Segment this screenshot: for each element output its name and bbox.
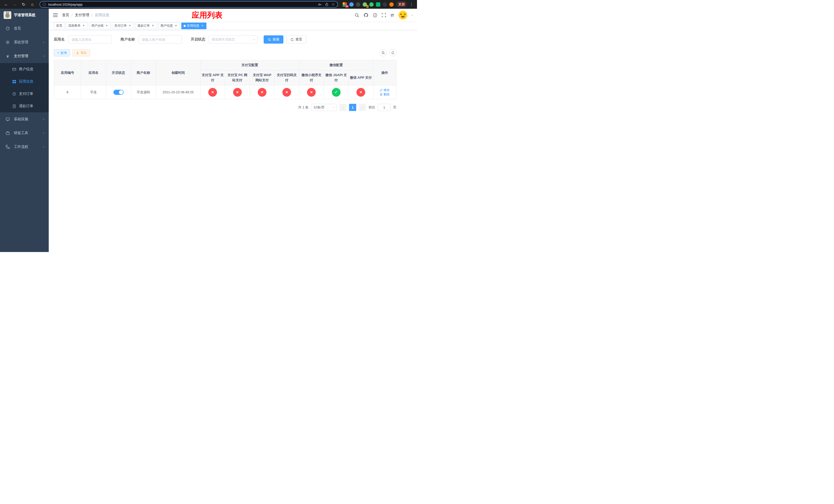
cell-alipay-qr: ×: [275, 85, 299, 99]
hide-search-icon[interactable]: [379, 49, 387, 56]
sidebar-item-label: 研发工具: [14, 131, 28, 135]
home-icon[interactable]: ⌂: [29, 1, 36, 8]
column-header-alipay-app: 支付宝 APP 支付: [200, 70, 225, 85]
tab-payment-orders[interactable]: 支付订单 ×: [112, 23, 134, 29]
site-info-icon[interactable]: i: [43, 3, 46, 6]
sidebar-item-workflow[interactable]: 工作流程 ›: [0, 140, 49, 154]
sidebar-item-merchant-info[interactable]: 商户信息: [0, 63, 49, 75]
reload-icon[interactable]: ↻: [20, 1, 27, 8]
status-select[interactable]: 请选择开启状态 ›: [209, 36, 258, 44]
refresh-icon[interactable]: [389, 49, 396, 56]
tab-merchant-info[interactable]: 商户信息 ×: [158, 23, 180, 29]
sidebar-item-payment-orders[interactable]: ¥ 支付订单: [0, 88, 49, 100]
sidebar-collapse-icon[interactable]: [53, 13, 58, 17]
reset-button[interactable]: 重置: [286, 36, 306, 44]
chevron-down-icon[interactable]: ›: [410, 15, 414, 16]
tab-process-form[interactable]: 流程表单 ×: [66, 23, 88, 29]
prev-page-button[interactable]: ‹: [339, 104, 347, 111]
extension-avatar-icon[interactable]: 1: [363, 2, 367, 7]
bookmark-star-icon[interactable]: ☆: [332, 2, 335, 7]
back-icon[interactable]: ←: [3, 1, 10, 8]
app-name-input[interactable]: [68, 36, 112, 44]
page-size-select[interactable]: 10条/页 ›: [311, 104, 337, 111]
pay-order-icon: ¥: [12, 92, 16, 96]
column-header-merchant: 商户名称: [131, 60, 156, 85]
extension-badge: 1: [367, 5, 369, 8]
column-header-actions: 操作: [373, 60, 396, 85]
wechat-jsapi-status-icon: ✓: [332, 88, 341, 97]
column-header-alipay-qr: 支付宝扫码支付: [275, 70, 299, 85]
breadcrumb-payment[interactable]: 支付管理: [75, 13, 89, 18]
sidebar-item-dev-tools[interactable]: 研发工具 ›: [0, 126, 49, 140]
edit-button[interactable]: 修改: [380, 88, 390, 92]
extension-green-square-icon[interactable]: [376, 2, 380, 7]
font-size-icon[interactable]: tT: [391, 13, 394, 18]
status-toggle[interactable]: [113, 90, 124, 95]
close-icon[interactable]: ×: [174, 24, 178, 28]
column-header-name: 应用名: [81, 60, 106, 85]
sidebar-item-label: 支付管理: [14, 54, 28, 59]
forward-icon[interactable]: →: [11, 1, 19, 8]
browser-menu-icon[interactable]: ⋮: [409, 2, 414, 7]
add-button-label: 新增: [61, 51, 67, 55]
search-icon[interactable]: [355, 13, 359, 18]
tab-user-group[interactable]: 用户分组 ×: [89, 23, 111, 29]
search-button[interactable]: 搜索: [264, 36, 283, 44]
current-page-button[interactable]: 1: [349, 104, 356, 111]
close-icon[interactable]: ×: [82, 24, 85, 28]
tab-home[interactable]: 首页: [54, 23, 65, 29]
user-avatar[interactable]: [398, 11, 407, 20]
column-header-wechat-jsapi: 微信 JSAPI 支付: [324, 70, 349, 85]
sidebar-item-system[interactable]: 系统管理 ›: [0, 36, 49, 49]
sidebar-item-home[interactable]: 首页: [0, 22, 49, 36]
sidebar-item-refund-orders[interactable]: 退款订单: [0, 100, 49, 112]
edit-label: 修改: [383, 88, 390, 92]
extension-orange-icon[interactable]: [389, 2, 394, 7]
sidebar-item-label: 应用信息: [19, 79, 33, 84]
sidebar-item-label: 基础设施: [14, 117, 28, 121]
tab-app-info[interactable]: 应用信息 ×: [181, 23, 206, 29]
add-button[interactable]: + 新增: [54, 49, 70, 56]
sidebar-item-infrastructure[interactable]: 基础设施 ›: [0, 112, 49, 126]
page-content: 应用名 商户名称 开启状态 请选择开启状态 › 搜索 重置: [49, 30, 417, 252]
export-button[interactable]: 导出: [72, 49, 90, 56]
app-logo-row[interactable]: 芋道管理系统: [0, 9, 49, 22]
fullscreen-icon[interactable]: [382, 13, 386, 17]
breadcrumb-home[interactable]: 首页: [62, 13, 69, 18]
extension-green-circle-icon[interactable]: [369, 2, 374, 7]
browser-update-button[interactable]: 更新: [396, 1, 407, 7]
share-icon[interactable]: [325, 3, 329, 6]
close-icon[interactable]: ×: [105, 24, 109, 28]
close-icon[interactable]: ×: [128, 24, 132, 28]
extension-grid-icon[interactable]: 10: [343, 2, 347, 7]
column-header-alipay-wap: 支付宝 WAP 网站支付: [250, 70, 275, 85]
close-icon[interactable]: ×: [151, 24, 155, 28]
url-bar[interactable]: i localhost:1024/pay/app ☆: [40, 1, 338, 8]
close-icon[interactable]: ×: [201, 24, 204, 28]
goto-page-input[interactable]: [378, 104, 391, 111]
next-page-button[interactable]: ›: [359, 104, 366, 111]
chevron-up-icon: ›: [42, 55, 46, 57]
tab-refund-orders[interactable]: 退款订单 ×: [135, 23, 157, 29]
merchant-name-input[interactable]: [138, 36, 182, 44]
tab-label: 退款订单: [137, 24, 150, 28]
github-icon[interactable]: [364, 13, 368, 18]
cell-wechat-jsapi: ✓: [324, 85, 349, 99]
alipay-app-status-icon: ×: [208, 88, 217, 97]
extension-badge: 10: [345, 5, 349, 8]
help-icon[interactable]: ?: [373, 13, 377, 18]
chevron-down-icon: ›: [42, 133, 46, 134]
delete-button[interactable]: 删除: [380, 92, 390, 97]
extension-bot-icon[interactable]: [382, 2, 387, 7]
cell-created: 2021-10-23 08:49:25: [156, 85, 201, 99]
chevron-down-icon: ›: [42, 146, 46, 148]
extension-dark-icon[interactable]: [356, 2, 360, 7]
key-icon[interactable]: [318, 3, 322, 6]
extension-blue-icon[interactable]: [349, 2, 354, 7]
sidebar-item-payment[interactable]: ¥ 支付管理 ›: [0, 49, 49, 63]
page-size-value: 10条/页: [313, 105, 325, 110]
sidebar-item-app-info[interactable]: 应用信息: [0, 75, 49, 88]
workflow-icon: [5, 145, 10, 149]
column-header-created: 创建时间: [156, 60, 201, 85]
total-count: 共 1 条: [298, 105, 308, 110]
